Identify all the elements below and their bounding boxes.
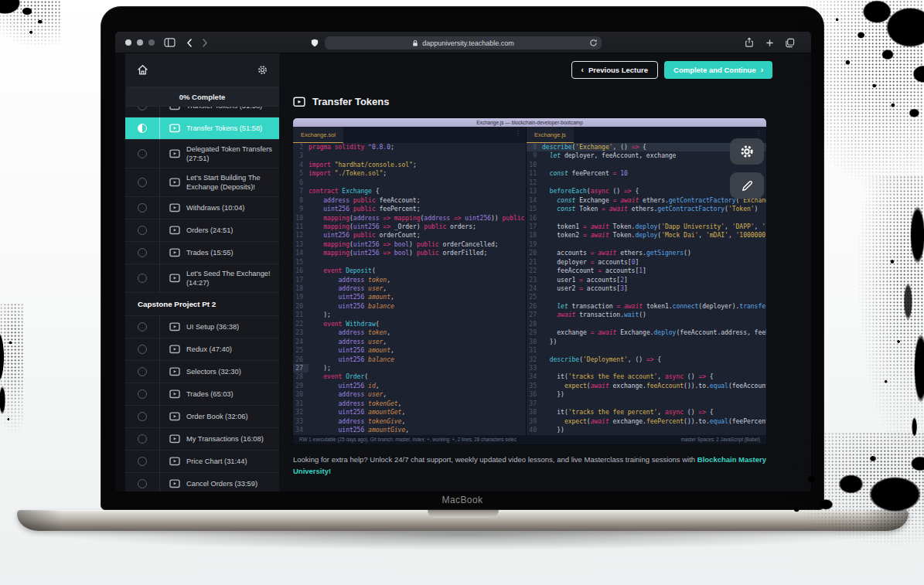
code-line: 28 xyxy=(527,320,766,328)
line-number: 14 xyxy=(527,196,542,205)
code-line: 32 uint256 amountGet, xyxy=(293,408,526,417)
window-controls xyxy=(125,39,155,46)
code-line: 26 uint256 balance xyxy=(293,355,526,364)
code-line: 35 expect(await exchange.feeAccount()).t… xyxy=(527,382,766,390)
video-lecture-icon xyxy=(169,203,180,213)
lecture-label: Let's Start Building The Exchange (Depos… xyxy=(186,173,273,192)
sidebar-section-header: Capstone Project Pt 2 xyxy=(125,293,279,316)
sidebar-item-lecture[interactable]: Price Chart (31:44) xyxy=(125,451,279,473)
pencil-overlay-button[interactable] xyxy=(730,172,764,199)
code-text: }) xyxy=(542,390,766,399)
lecture-label: Redux (47:40) xyxy=(186,345,232,354)
sidebar-item-lecture[interactable]: UI Setup (36:38) xyxy=(125,316,279,338)
pencil-icon xyxy=(740,179,755,193)
sidebar-item-lecture[interactable]: Transfer Tokens (51:58) xyxy=(125,107,279,117)
code-text: uint256 amount, xyxy=(309,293,526,301)
right-tabbar: Exchange.js ⋮ xyxy=(527,127,766,143)
previous-lecture-button[interactable]: ‹ Previous Lecture xyxy=(571,61,658,79)
settings-gear-icon[interactable] xyxy=(257,64,268,76)
line-number: 18 xyxy=(293,284,309,293)
code-line: 36 }) xyxy=(527,390,766,399)
check-col xyxy=(125,140,159,168)
code-text: user2 = accounts[3] xyxy=(542,284,766,293)
traffic-light-close-icon[interactable] xyxy=(125,39,131,46)
sidebar-item-lecture[interactable]: Withdraws (10:04) xyxy=(125,197,279,219)
code-line: 25 uint256 amount, xyxy=(293,346,526,355)
code-line: 2pragma solidity ^0.8.0; xyxy=(293,143,526,151)
sidebar-item-lecture[interactable]: Let's Start Building The Exchange (Depos… xyxy=(125,168,279,197)
gear-overlay-button[interactable] xyxy=(730,138,764,165)
code-text: address token, xyxy=(309,328,526,337)
sidebar-item-lecture[interactable]: Cancel Orders (33:59) xyxy=(125,473,279,491)
traffic-light-zoom-icon[interactable] xyxy=(148,39,155,46)
code-line: 18 address user, xyxy=(293,284,526,293)
sidebar-item-lecture[interactable]: Transfer Tokens (51:58) xyxy=(125,117,279,140)
sidebar-toggle-icon[interactable] xyxy=(163,36,176,49)
code-text: user1 = accounts[2] xyxy=(542,276,766,284)
line-number: 33 xyxy=(293,417,309,426)
back-icon[interactable] xyxy=(183,36,196,49)
sidebar-item-lecture[interactable]: Trades (65:03) xyxy=(125,383,279,406)
new-tab-icon[interactable] xyxy=(763,36,776,49)
complete-and-continue-button[interactable]: Complete and Continue › xyxy=(664,61,772,79)
traffic-light-minimize-icon[interactable] xyxy=(137,39,143,46)
line-number: 20 xyxy=(293,302,309,311)
address-bar[interactable]: dappuniversity.teachable.com xyxy=(325,36,602,49)
laptop-base xyxy=(17,510,909,531)
share-icon[interactable] xyxy=(743,36,755,49)
code-line: 12 uint256 public orderCount; xyxy=(293,231,526,240)
line-number: 11 xyxy=(293,223,309,231)
progress-circle-icon xyxy=(138,412,147,421)
statusbar-left: RW 1 executable (25 days ago), Git branc… xyxy=(299,435,517,444)
laptop-bezel: dappuniversity.teachable.com xyxy=(101,6,824,510)
lecture-label: Orders (24:51) xyxy=(186,226,233,235)
sidebar-item-lecture[interactable]: Order Book (32:06) xyxy=(125,406,279,428)
code-text xyxy=(542,364,766,372)
lecture-nav: ‹ Previous Lecture Complete and Continue… xyxy=(293,53,811,79)
lock-icon xyxy=(412,39,418,47)
sidebar-item-lecture[interactable]: My Transactions (16:08) xyxy=(125,428,279,451)
home-icon[interactable] xyxy=(136,63,149,77)
line-number: 3 xyxy=(293,151,309,160)
lecture-body: My Transactions (16:08) xyxy=(159,428,279,450)
code-line: 17 address token, xyxy=(293,276,526,284)
tab-overview-icon[interactable] xyxy=(783,36,796,49)
code-line: 6 xyxy=(293,179,526,187)
lecture-label: Transfer Tokens (51:58) xyxy=(186,107,262,111)
code-text xyxy=(542,214,766,223)
line-number: 37 xyxy=(527,400,542,408)
line-number: 32 xyxy=(527,355,542,364)
sidebar-item-lecture[interactable]: Orders (24:51) xyxy=(125,219,279,242)
progress-circle-icon xyxy=(138,457,147,466)
code-line: 27 ); xyxy=(293,364,526,372)
code-line: 25 xyxy=(527,293,766,301)
code-line: 20 accounts = await ethers.getSigners() xyxy=(527,249,766,257)
reload-icon[interactable] xyxy=(589,39,598,49)
code-line: 29 exchange = await Exchange.deploy(feeA… xyxy=(527,328,766,337)
curriculum-sidebar: 0% Complete Transfer Tokens (51:58)Trans… xyxy=(125,53,279,491)
help-text: Looking for extra help? Unlock 24/7 chat… xyxy=(293,455,697,464)
code-text: uint256 id, xyxy=(309,382,526,390)
progress-circle-icon xyxy=(138,434,147,444)
code-text: mapping(uint256 => bool) public orderCan… xyxy=(309,240,526,249)
sidebar-item-lecture[interactable]: Selectors (32:30) xyxy=(125,361,279,383)
course-app: 0% Complete Transfer Tokens (51:58)Trans… xyxy=(115,53,811,491)
line-number: 21 xyxy=(293,311,309,319)
code-text: address tokenGet, xyxy=(309,400,526,408)
sidebar-item-lecture[interactable]: Delegated Token Transfers (27:51) xyxy=(125,140,279,168)
code-text: mapping(address => mapping(address => ui… xyxy=(309,214,526,223)
sidebar-item-lecture[interactable]: Let's Seed The Exchange! (14:27) xyxy=(125,264,279,293)
line-number: 26 xyxy=(293,355,309,364)
sidebar-item-lecture[interactable]: Trades (15:55) xyxy=(125,242,279,264)
lecture-label: UI Setup (36:38) xyxy=(186,322,239,332)
code-text: address public feeAccount; xyxy=(309,196,526,205)
forward-icon[interactable] xyxy=(199,36,211,49)
code-line: 33 address tokenGive, xyxy=(293,417,526,426)
line-number: 21 xyxy=(527,258,542,267)
code-text: await transaction.wait() xyxy=(542,311,766,319)
privacy-shield-icon[interactable] xyxy=(309,36,321,49)
code-line: 11 mapping(uint256 => _Order) public ord… xyxy=(293,223,526,231)
sidebar-item-lecture[interactable]: Redux (47:40) xyxy=(125,338,279,361)
line-number: 39 xyxy=(527,417,542,426)
code-line: 13 mapping(uint256 => bool) public order… xyxy=(293,240,526,249)
